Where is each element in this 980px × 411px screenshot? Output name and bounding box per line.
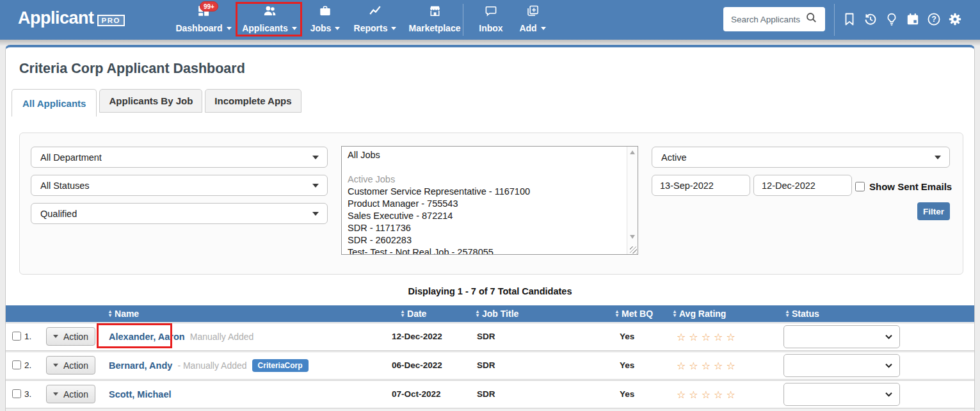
applicant-name-link[interactable]: Bernard, Andy — [109, 360, 172, 371]
lightbulb-icon[interactable] — [884, 12, 899, 27]
sort-icon — [401, 310, 404, 318]
nav-item-add[interactable]: Add — [516, 5, 549, 33]
action-button[interactable]: Action — [46, 385, 95, 403]
met-bq-cell: Yes — [620, 352, 634, 379]
avg-rating-stars[interactable] — [677, 323, 739, 350]
column-header-date[interactable]: Date — [401, 305, 426, 322]
applicant-name-link[interactable]: Scott, Michael — [109, 389, 172, 399]
column-header-job-title[interactable]: Job Title — [476, 305, 518, 322]
chevron-down-icon — [227, 27, 232, 30]
table-row: 3. Action Scott, Michael 07-Oct-2022 SDR… — [6, 380, 974, 408]
statuses-select-value: All Statuses — [40, 181, 90, 191]
department-select[interactable]: All Department — [31, 147, 328, 168]
jobs-option[interactable]: Product Manager - 755543 — [348, 198, 623, 210]
jobs-option[interactable]: SDR - 1171736 — [348, 222, 623, 234]
chat-bubble-icon — [484, 4, 498, 20]
row-checkbox[interactable] — [12, 332, 21, 341]
statuses-select[interactable]: All Statuses — [31, 175, 328, 196]
row-number: 2. — [24, 352, 31, 379]
manually-added-note: - Manually Added — [177, 360, 246, 371]
calendar-icon[interactable] — [905, 12, 920, 27]
listbox-scrollbar[interactable] — [627, 147, 638, 254]
caret-down-icon — [53, 392, 58, 396]
search-icon[interactable] — [805, 11, 819, 28]
jobs-option[interactable]: SDR - 2602283 — [348, 234, 623, 246]
tab-all-applicants[interactable]: All Applicants — [12, 89, 97, 117]
caret-down-icon — [53, 364, 58, 367]
applicant-name-link[interactable]: Alexander, Aaron — [109, 332, 185, 342]
avg-rating-stars[interactable] — [677, 381, 739, 408]
table-header: Name Date Job Title Met BQ Avg Rating St… — [6, 305, 974, 322]
show-sent-emails-checkbox[interactable] — [855, 182, 865, 191]
company-badge[interactable]: CriteriaCorp — [252, 359, 309, 372]
top-nav: Applicant PRO 99+ Dashboard — [0, 0, 980, 40]
jobs-multiselect[interactable]: All Jobs Active Jobs Customer Service Re… — [341, 146, 638, 255]
status-select[interactable] — [783, 325, 900, 348]
svg-text:?: ? — [931, 15, 936, 24]
history-icon[interactable] — [863, 12, 878, 27]
jobs-option-all[interactable]: All Jobs — [348, 149, 623, 161]
briefcase-icon — [318, 4, 332, 20]
jobs-option[interactable]: Sales Executive - 872214 — [348, 210, 623, 222]
avg-rating-stars[interactable] — [677, 352, 739, 379]
search-input[interactable] — [730, 14, 805, 25]
row-checkbox[interactable] — [12, 389, 21, 398]
nav-item-inbox[interactable]: Inbox — [476, 5, 506, 33]
nav-item-marketplace[interactable]: Marketplace — [408, 5, 461, 33]
column-header-avg-rating[interactable]: Avg Rating — [673, 305, 726, 322]
sort-icon — [109, 310, 111, 318]
applied-date: 12-Dec-2022 — [392, 323, 442, 350]
jobs-option[interactable]: Test- Test - Not Real Job - 2578055 — [348, 246, 623, 255]
row-number: 1. — [24, 323, 31, 350]
storefront-icon — [428, 4, 442, 20]
status-select[interactable] — [783, 383, 900, 406]
applied-date: 07-Oct-2022 — [392, 381, 441, 408]
row-checkbox[interactable] — [12, 360, 21, 369]
tab-incomplete-apps[interactable]: Incomplete Apps — [205, 89, 301, 113]
column-header-name[interactable]: Name — [109, 305, 139, 322]
help-icon[interactable]: ? — [926, 12, 942, 27]
date-to-input[interactable] — [753, 175, 852, 196]
nav-divider — [463, 4, 463, 36]
utility-icons: ? — [842, 12, 963, 27]
dropdown-caret-icon — [312, 156, 319, 159]
logo-pro-badge: PRO — [97, 15, 125, 26]
jobs-option[interactable]: Customer Service Representative - 116710… — [348, 186, 623, 198]
column-header-met-bq[interactable]: Met BQ — [616, 305, 653, 322]
job-title-cell: SDR — [477, 352, 495, 379]
tab-bar: All Applicants Applicants By Job Incompl… — [12, 89, 301, 117]
column-header-status[interactable]: Status — [786, 305, 819, 322]
tab-applicants-by-job[interactable]: Applicants By Job — [99, 89, 202, 113]
nav-label-reports: Reports — [354, 23, 388, 33]
status-select[interactable] — [783, 354, 900, 377]
scroll-down-icon[interactable] — [630, 235, 635, 239]
logo-brand: Applicant — [18, 8, 94, 28]
nav-label-marketplace: Marketplace — [409, 23, 461, 33]
settings-gear-icon[interactable] — [947, 12, 963, 27]
qualified-select-value: Qualified — [40, 209, 77, 219]
select-chevron-icon — [885, 392, 893, 398]
met-bq-cell: Yes — [620, 323, 634, 350]
nav-item-reports[interactable]: Reports — [352, 5, 398, 33]
nav-item-applicants[interactable]: Applicants — [240, 5, 299, 33]
action-button[interactable]: Action — [46, 356, 95, 375]
resize-grip-icon[interactable] — [630, 246, 637, 254]
nav-divider — [834, 4, 835, 36]
add-plus-icon — [526, 4, 540, 20]
scroll-up-icon[interactable] — [630, 150, 635, 154]
show-sent-emails-label[interactable]: Show Sent Emails — [869, 182, 952, 192]
app-logo[interactable]: Applicant PRO — [18, 8, 125, 28]
dropdown-caret-icon — [935, 156, 941, 159]
nav-item-jobs[interactable]: Jobs — [309, 5, 342, 33]
action-button[interactable]: Action — [46, 327, 95, 346]
active-select-value: Active — [661, 152, 687, 163]
filter-button[interactable]: Filter — [917, 202, 950, 220]
nav-label-dashboard: Dashboard — [175, 23, 222, 33]
active-select[interactable]: Active — [652, 147, 950, 168]
dropdown-caret-icon — [312, 212, 319, 216]
chevron-down-icon — [541, 27, 546, 30]
bookmark-icon[interactable] — [842, 12, 857, 27]
qualified-select[interactable]: Qualified — [31, 203, 328, 224]
date-from-input[interactable] — [652, 175, 750, 196]
nav-item-dashboard[interactable]: 99+ Dashboard — [174, 5, 233, 33]
